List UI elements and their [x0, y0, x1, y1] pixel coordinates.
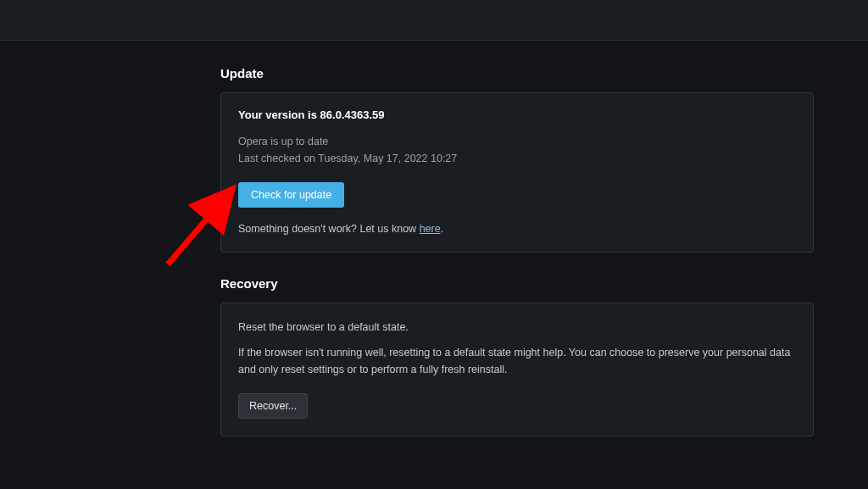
check-for-update-button[interactable]: Check for update [238, 182, 344, 208]
feedback-prefix: Something doesn't work? Let us know [238, 223, 420, 235]
feedback-link[interactable]: here [420, 223, 441, 235]
top-bar [0, 0, 868, 41]
recovery-heading: Recovery [220, 276, 814, 291]
version-line: Your version is 86.0.4363.59 [238, 108, 796, 121]
main-content: Update Your version is 86.0.4363.59 Oper… [220, 41, 814, 436]
feedback-line: Something doesn't work? Let us know here… [238, 223, 796, 235]
version-number: 86.0.4363.59 [320, 108, 385, 121]
update-status: Opera is up to date [238, 133, 796, 150]
recovery-card: Reset the browser to a default state. If… [220, 303, 814, 436]
reset-description: If the browser isn't running well, reset… [238, 344, 796, 378]
last-checked: Last checked on Tuesday, May 17, 2022 10… [238, 150, 796, 167]
recover-button[interactable]: Recover... [238, 393, 308, 419]
feedback-suffix: . [441, 223, 443, 235]
update-heading: Update [220, 66, 814, 81]
reset-title: Reset the browser to a default state. [238, 319, 796, 336]
update-card: Your version is 86.0.4363.59 Opera is up… [220, 92, 814, 253]
version-label: Your version is [238, 108, 320, 121]
